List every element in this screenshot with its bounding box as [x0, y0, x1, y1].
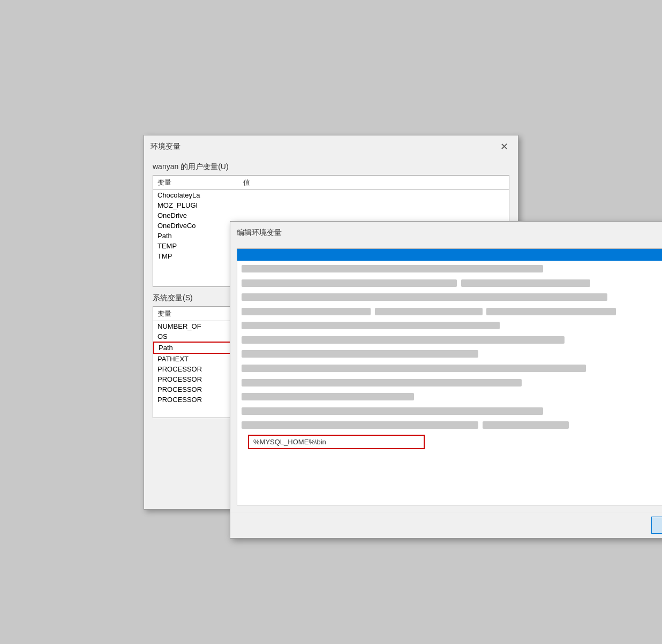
path-entry[interactable] [237, 291, 662, 304]
table-cell-value [243, 211, 505, 219]
user-vars-label: wanyan 的用户变量(U) [153, 162, 509, 172]
path-entry[interactable] [237, 319, 662, 332]
path-entry[interactable] [237, 262, 662, 275]
path-entry[interactable] [237, 390, 662, 403]
table-cell-value [243, 201, 505, 209]
path-entry[interactable] [237, 347, 662, 360]
user-vars-table-header: 变量 值 [153, 176, 509, 190]
path-entry[interactable] [237, 376, 662, 389]
edit-dialog-inner: %MYSQL_HOME%\bin 新建(N) 编辑(E) 浏览(B)... 删除… [230, 242, 662, 512]
path-entry-selected[interactable] [237, 249, 662, 261]
path-entry[interactable] [237, 419, 662, 431]
table-row[interactable]: MOZ_PLUGI [153, 200, 509, 210]
table-cell-name: OneDrive [157, 211, 243, 219]
edit-env-dialog: 编辑环境变量 ✕ [230, 221, 662, 539]
table-row[interactable]: ChocolateyLa [153, 190, 509, 200]
edit-dialog-overlay: 编辑环境变量 ✕ [230, 221, 662, 539]
user-vars-col-var: 变量 [157, 178, 243, 187]
path-entry[interactable] [237, 333, 662, 346]
edit-dialog-title: 编辑环境变量 [237, 228, 282, 238]
path-entry[interactable] [237, 361, 662, 374]
env-variables-dialog: 环境变量 ✕ wanyan 的用户变量(U) 变量 值 ChocolateyLa… [144, 135, 518, 510]
table-row[interactable]: OneDrive [153, 210, 509, 221]
edit-dialog-titlebar: 编辑环境变量 ✕ [230, 222, 662, 242]
user-vars-col-val: 值 [243, 178, 505, 187]
table-cell-value [243, 191, 505, 199]
env-dialog-title: 环境变量 [151, 142, 180, 151]
ok-button[interactable]: 确定 [651, 517, 662, 534]
table-cell-name: MOZ_PLUGI [157, 201, 243, 209]
path-entry[interactable] [237, 305, 662, 317]
mysql-path-entry-wrapper[interactable]: %MYSQL_HOME%\bin [237, 433, 662, 451]
edit-dialog-footer: 确定 取消 [230, 512, 662, 538]
mysql-path-entry[interactable]: %MYSQL_HOME%\bin [248, 435, 425, 449]
path-entries-list[interactable]: %MYSQL_HOME%\bin [237, 248, 662, 505]
env-dialog-close-button[interactable]: ✕ [497, 141, 511, 153]
path-entry[interactable] [237, 404, 662, 417]
table-cell-name: ChocolateyLa [157, 191, 243, 199]
path-entry[interactable] [237, 276, 662, 289]
env-dialog-titlebar: 环境变量 ✕ [144, 135, 518, 156]
